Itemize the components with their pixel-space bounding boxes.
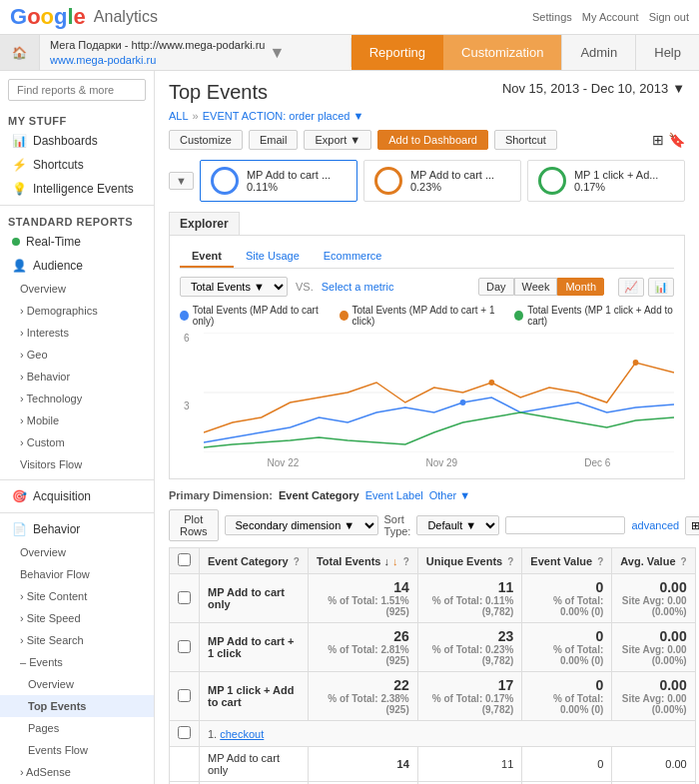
th-avg-value: Avg. Value ? <box>612 548 695 574</box>
table-search-input[interactable] <box>505 516 625 534</box>
subsection-header-1: 1. checkout <box>170 721 696 747</box>
explorer-tab-event[interactable]: Event <box>180 246 234 268</box>
sidebar-item-custom[interactable]: › Custom <box>0 431 154 453</box>
sidebar-item-events[interactable]: – Events <box>0 651 154 673</box>
collapse-button[interactable]: ▼ <box>169 172 194 190</box>
metric-circle-1 <box>374 167 402 195</box>
metric-circle-2 <box>538 167 566 195</box>
export-button[interactable]: Export ▼ <box>304 130 371 150</box>
date-dropdown-icon[interactable]: ▼ <box>672 81 685 96</box>
metric-card-1[interactable]: MP Add to cart ... 0.23% <box>363 160 521 202</box>
explorer-tab-header[interactable]: Explorer <box>169 212 240 235</box>
legend-label-0: Total Events (MP Add to cart only) <box>193 305 324 327</box>
explorer-tab-ecommerce[interactable]: Ecommerce <box>312 246 394 268</box>
tab-customization[interactable]: Customization <box>443 35 561 70</box>
sidebar-item-acquisition[interactable]: 🎯 Acquisition <box>0 484 154 508</box>
sidebar-item-events-overview[interactable]: Overview <box>0 673 154 695</box>
account-dropdown-icon[interactable]: ▼ <box>269 44 285 62</box>
breadcrumb-all[interactable]: ALL <box>169 110 189 122</box>
sidebar-item-beh-flow[interactable]: Behavior Flow <box>0 563 154 585</box>
dim-other[interactable]: Other ▼ <box>429 489 470 501</box>
metric-circle-0 <box>211 167 239 195</box>
subsection-name-1[interactable]: checkout <box>220 728 264 740</box>
standard-reports-title: STANDARD REPORTS <box>0 210 154 230</box>
sidebar-item-technology[interactable]: › Technology <box>0 388 154 409</box>
sidebar-item-overview[interactable]: Overview <box>0 278 154 300</box>
tab-help[interactable]: Help <box>635 35 699 70</box>
period-week[interactable]: Week <box>514 278 558 296</box>
sidebar-item-dashboards[interactable]: 📊 Dashboards <box>0 129 154 153</box>
row-checkbox-1 <box>170 623 200 672</box>
period-month[interactable]: Month <box>557 278 604 296</box>
row-checkbox[interactable] <box>178 689 191 702</box>
row-checkbox[interactable] <box>178 640 191 653</box>
row-total-events-2: 22 % of Total: 2.38% (925) <box>308 672 417 721</box>
subsection-checkbox-1[interactable] <box>178 726 191 739</box>
sign-out-link[interactable]: Sign out <box>649 11 689 23</box>
dim-event-label[interactable]: Event Label <box>365 489 423 501</box>
sidebar-item-site-search[interactable]: › Site Search <box>0 629 154 651</box>
sidebar: MY STUFF 📊 Dashboards ⚡ Shortcuts 💡 Inte… <box>0 71 155 784</box>
sidebar-item-shortcuts[interactable]: ⚡ Shortcuts <box>0 153 154 177</box>
x-label-nov22: Nov 22 <box>268 457 300 468</box>
x-labels: Nov 22 Nov 29 Dec 6 <box>204 457 674 468</box>
home-icon: 🏠 <box>12 46 27 60</box>
total-events-select[interactable]: Total Events ▼ <box>180 277 288 297</box>
header-links: Settings My Account Sign out <box>532 11 689 23</box>
metric-card-2[interactable]: MP 1 click + Ad... 0.17% <box>527 160 685 202</box>
tab-admin[interactable]: Admin <box>561 35 635 70</box>
sidebar-item-visitors-flow[interactable]: Visitors Flow <box>0 453 154 475</box>
primary-dimension-bar: Primary Dimension: Event Category Event … <box>169 489 685 501</box>
email-button[interactable]: Email <box>249 130 299 150</box>
sidebar-item-demographics[interactable]: › Demographics <box>0 300 154 322</box>
customize-button[interactable]: Customize <box>169 130 243 150</box>
advanced-link[interactable]: advanced <box>631 519 679 531</box>
search-input[interactable] <box>8 79 146 101</box>
select-metric-link[interactable]: Select a metric <box>322 281 394 293</box>
sort-type-select[interactable]: Default ▼ <box>416 515 499 535</box>
sidebar-item-mobile[interactable]: › Mobile <box>0 409 154 431</box>
settings-link[interactable]: Settings <box>532 11 572 23</box>
legend-label-2: Total Events (MP 1 click + Add to cart) <box>527 305 674 327</box>
my-account-link[interactable]: My Account <box>582 11 639 23</box>
sidebar-item-behavior-main[interactable]: 📄 Behavior <box>0 517 154 541</box>
explorer-tab-site-usage[interactable]: Site Usage <box>234 246 312 268</box>
sidebar-item-geo[interactable]: › Geo <box>0 344 154 366</box>
period-day[interactable]: Day <box>478 278 514 296</box>
breadcrumb-event-action[interactable]: EVENT ACTION: order placed ▼ <box>203 110 364 122</box>
th-unique-events-help[interactable]: ? <box>507 556 513 567</box>
sidebar-item-adsense[interactable]: › AdSense <box>0 761 154 783</box>
sidebar-item-beh-overview[interactable]: Overview <box>0 541 154 563</box>
select-all-checkbox[interactable] <box>178 553 191 566</box>
sidebar-item-site-speed[interactable]: › Site Speed <box>0 607 154 629</box>
plot-rows-button[interactable]: Plot Rows <box>169 509 219 541</box>
sidebar-item-pages[interactable]: Pages <box>0 717 154 739</box>
grid-view-icon[interactable]: ⊞ <box>685 516 699 535</box>
dim-event-category[interactable]: Event Category <box>279 489 359 501</box>
sidebar-item-audience[interactable]: 👤 Audience <box>0 254 154 278</box>
th-total-events-help[interactable]: ? <box>403 556 409 567</box>
sidebar-item-interests[interactable]: › Interests <box>0 322 154 344</box>
row-checkbox[interactable] <box>178 591 191 604</box>
sidebar-item-behavior[interactable]: › Behavior <box>0 366 154 388</box>
share-icon[interactable]: 🔖 <box>668 132 685 148</box>
sidebar-item-events-flow[interactable]: Events Flow <box>0 739 154 761</box>
th-event-category-help[interactable]: ? <box>294 556 300 567</box>
sidebar-item-intelligence[interactable]: 💡 Intelligence Events <box>0 177 154 201</box>
add-to-dashboard-button[interactable]: Add to Dashboard <box>377 130 488 150</box>
line-chart-icon[interactable]: 📈 <box>618 278 644 297</box>
sidebar-item-top-events[interactable]: Top Events <box>0 695 154 717</box>
tab-reporting[interactable]: Reporting <box>351 35 443 70</box>
metric-card-0[interactable]: MP Add to cart ... 0.11% <box>200 160 357 202</box>
shortcut-button[interactable]: Shortcut <box>494 130 557 150</box>
subsection-index-1: 1. <box>208 728 217 740</box>
nav-home-button[interactable]: 🏠 <box>0 35 40 70</box>
th-avg-value-help[interactable]: ? <box>681 556 687 567</box>
bar-chart-icon[interactable]: 📊 <box>648 278 674 297</box>
sidebar-item-realtime[interactable]: Real-Time <box>0 230 154 254</box>
sidebar-item-site-content[interactable]: › Site Content <box>0 585 154 607</box>
th-event-value-help[interactable]: ? <box>597 556 603 567</box>
primary-dim-label: Primary Dimension: <box>169 489 273 501</box>
secondary-dimension-select[interactable]: Secondary dimension ▼ <box>225 515 378 535</box>
date-range: Nov 15, 2013 - Dec 10, 2013 ▼ <box>502 81 685 96</box>
